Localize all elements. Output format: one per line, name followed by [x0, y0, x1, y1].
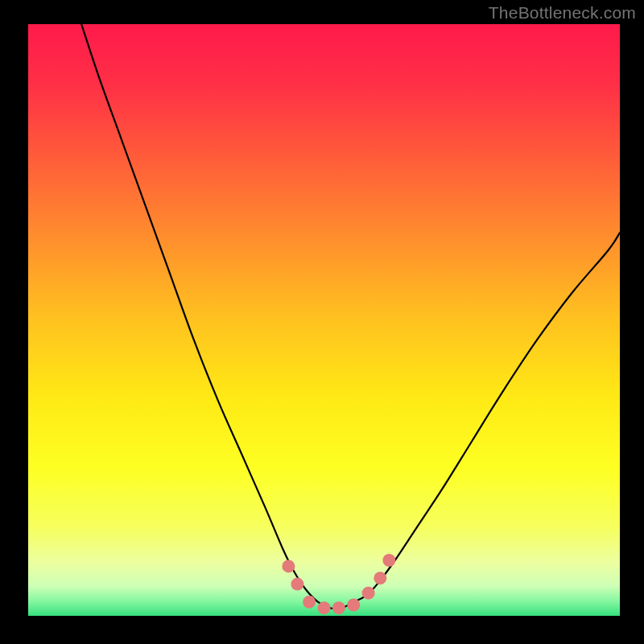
- bottleneck-curve: [28, 24, 620, 620]
- curve-marker: [318, 601, 331, 614]
- curve-marker: [382, 554, 395, 567]
- plot-area: [28, 24, 620, 620]
- curve-marker: [332, 601, 345, 614]
- chart-stage: TheBottleneck.com: [0, 0, 644, 644]
- curve-marker: [374, 572, 386, 584]
- plot-frame: [28, 24, 620, 620]
- curve-marker: [362, 587, 375, 600]
- curve-marker: [282, 559, 295, 572]
- curve-marker: [347, 599, 360, 612]
- curve-marker: [291, 578, 303, 591]
- watermark-label: TheBottleneck.com: [489, 3, 636, 23]
- curve-marker: [303, 596, 316, 609]
